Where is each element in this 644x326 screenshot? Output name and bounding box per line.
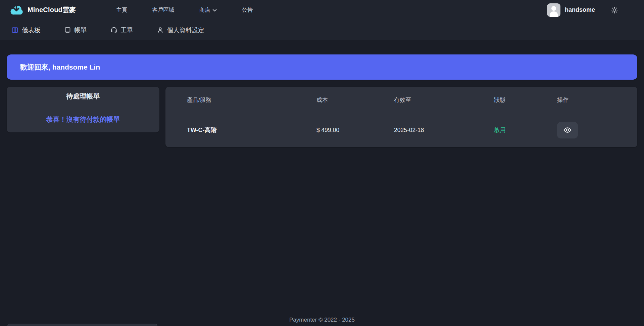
col-status: 狀態 [494,96,557,104]
no-pending-invoices-message: 恭喜！沒有待付款的帳單 [7,106,159,132]
top-navigation: 主頁 客戶區域 商店 公告 [116,6,253,14]
subnav-dashboard-label: 儀表板 [22,26,41,34]
nav-home[interactable]: 主頁 [116,6,127,14]
subnav-profile-settings[interactable]: 個人資料設定 [157,26,204,34]
service-cost: $ 499.00 [316,127,394,134]
eye-icon [563,126,572,134]
cloud-download-logo-icon [9,3,23,17]
col-expires: 有效至 [394,96,494,104]
brand-title: MineCloud雲麥 [28,5,76,14]
subnav-invoices-label: 帳單 [75,26,87,34]
service-expiry-date: 2025-02-18 [394,127,494,134]
chevron-down-icon [212,9,217,12]
nav-announcements-label: 公告 [242,6,253,14]
headset-icon [110,27,117,34]
service-actions [557,122,637,138]
services-table-header: 產品/服務 成本 有效至 狀態 操作 [165,87,637,113]
pending-invoices-title: 待處理帳單 [7,87,159,106]
invoices-icon [64,27,71,34]
welcome-banner: 歡迎回來, handsome Lin [7,54,637,80]
service-name: TW-C-高階 [187,126,316,134]
avatar[interactable] [547,3,560,17]
topbar-right: handsome [547,3,618,17]
footer-copyright: Paymenter © 2022 - 2025 [0,317,644,323]
nav-client-area-label: 客戶區域 [152,6,174,14]
col-product-service: 產品/服務 [187,96,316,104]
view-service-button[interactable] [557,122,578,138]
service-status-badge: 啟用 [494,126,557,134]
person-silhouette-icon [547,3,560,17]
client-subnav: 儀表板 帳單 工單 個人資料設定 [0,20,644,40]
nav-client-area[interactable]: 客戶區域 [152,6,174,14]
subnav-tickets[interactable]: 工單 [110,26,133,34]
subnav-profile-settings-label: 個人資料設定 [167,26,204,34]
subnav-dashboard[interactable]: 儀表板 [11,26,41,34]
top-navbar: MineCloud雲麥 主頁 客戶區域 商店 公告 handsome [0,0,644,20]
nav-announcements[interactable]: 公告 [242,6,253,14]
username[interactable]: handsome [565,6,595,13]
user-icon [157,27,164,34]
nav-home-label: 主頁 [116,6,127,14]
col-cost: 成本 [316,96,394,104]
main-content: 歡迎回來, handsome Lin 待處理帳單 恭喜！沒有待付款的帳單 產品/… [0,54,644,147]
theme-toggle-sun-icon[interactable] [610,6,618,14]
subnav-invoices[interactable]: 帳單 [64,26,87,34]
services-table-card: 產品/服務 成本 有效至 狀態 操作 TW-C-高階 $ 499.00 2025… [165,87,637,147]
welcome-banner-text: 歡迎回來, handsome Lin [20,63,100,72]
partially-visible-card [7,324,157,326]
dashboard-boards-icon [11,27,18,34]
col-actions: 操作 [557,96,637,104]
pending-invoices-card: 待處理帳單 恭喜！沒有待付款的帳單 [7,87,159,132]
nav-store-label: 商店 [199,6,210,14]
subnav-tickets-label: 工單 [121,26,133,34]
nav-store[interactable]: 商店 [199,6,217,14]
dashboard-cards-row: 待處理帳單 恭喜！沒有待付款的帳單 產品/服務 成本 有效至 狀態 操作 TW-… [7,87,637,147]
table-row: TW-C-高階 $ 499.00 2025-02-18 啟用 [165,113,637,147]
